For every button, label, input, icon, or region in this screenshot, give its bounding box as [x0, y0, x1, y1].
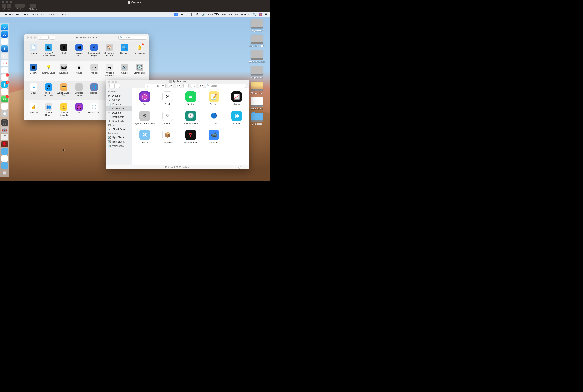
dock-automator[interactable]: 🤖 — [1, 126, 8, 133]
pref-icloud[interactable]: ☁iCloud — [26, 82, 41, 97]
desktop-screenshots[interactable]: Screenshots — [248, 97, 266, 110]
battery-status[interactable]: 67% — [208, 13, 219, 16]
pref-mission-control[interactable]: ▦Mission Control — [71, 43, 87, 58]
sidebar-dropbox[interactable]: ⬒Dropbox — [106, 94, 132, 98]
column-view-button[interactable]: ▥ — [155, 84, 160, 88]
dock-safari[interactable]: ✦ — [1, 45, 8, 52]
pref-energy-saver[interactable]: 💡Energy Saver — [41, 63, 56, 77]
sidebar-recents[interactable]: 🕑Recents — [106, 102, 132, 106]
dock-trash[interactable]: 🗑 — [1, 170, 8, 176]
app-system-preferences[interactable]: ⚙System Preferences — [134, 110, 155, 125]
pref-software-update[interactable]: ⚙Software Update — [71, 82, 87, 97]
finder-titlebar[interactable]: Applications ‹› ⊞ ☰ ▥ ▭ ⊟ ▾ ⚙ ▾ ⇧ ◯ ⬒ ▾ … — [106, 80, 249, 88]
menu-view[interactable]: View — [32, 13, 38, 16]
pref-trackpad[interactable]: ▭Trackpad — [87, 63, 102, 77]
desktop-mojave-test[interactable]: Mojave test — [248, 66, 266, 79]
share-button[interactable]: ⇧ — [183, 84, 189, 88]
pref-touch-id[interactable]: ☝Touch ID — [26, 102, 41, 117]
view-buttons[interactable]: ⊞ ☰ ▥ ▭ — [144, 84, 166, 88]
user-name[interactable]: Andrew — [241, 13, 250, 16]
finder-content[interactable]: ◯SiriSSlack≡Spotify📝Stickies📈Stocks⚙Syst… — [132, 88, 249, 165]
pref-printers-scanners[interactable]: 🖨Printers & Scanners — [102, 63, 117, 77]
sidebar-mojave-test[interactable]: 💽Mojave test — [106, 144, 132, 148]
pref-desktop-screensaver[interactable]: 🖼Desktop & Screen Saver — [41, 43, 56, 58]
finder-search[interactable]: 🔍Search — [205, 84, 246, 88]
dock-itunes[interactable]: ♪ — [1, 103, 8, 109]
sidebar-high-sierra-2[interactable]: 💽High Sierra... — [106, 140, 132, 144]
icon-view-button[interactable]: ⊞ — [144, 84, 150, 88]
siri-icon[interactable] — [259, 13, 262, 16]
app-stocks[interactable]: 📈Stocks — [226, 91, 247, 106]
desktop-high-sierra-hd[interactable]: High Sierra HD — [248, 34, 266, 48]
sidebar-applications[interactable]: AApplications — [106, 106, 132, 110]
icon-size-slider[interactable] — [234, 167, 247, 168]
menu-go[interactable]: Go — [41, 13, 45, 16]
menu-edit[interactable]: Edit — [24, 13, 28, 16]
app-spotify[interactable]: ≡Spotify — [180, 91, 201, 106]
notification-center-icon[interactable]: ☰ — [265, 13, 267, 16]
sidebar-airdrop[interactable]: ◎AirDrop — [106, 98, 132, 102]
vnc-clipboard-tool[interactable]: Clipboard — [29, 4, 37, 10]
dock-photos[interactable]: ✿ — [1, 88, 8, 95]
traffic-lights[interactable] — [26, 36, 36, 39]
app-menu[interactable]: Finder — [5, 13, 13, 16]
app-siri[interactable]: ◯Siri — [134, 91, 155, 106]
clock[interactable]: Sun 11:32 AM — [222, 13, 238, 16]
pref-displays[interactable]: 🖥Displays — [26, 63, 41, 77]
menu-file[interactable]: File — [16, 13, 20, 16]
desktop[interactable]: Finder File Edit View Go Window Help 8 ⬒… — [0, 12, 270, 182]
pref-spotlight[interactable]: 🔍Spotlight — [117, 43, 132, 58]
dock-folder2[interactable] — [1, 155, 8, 162]
app-voice-memos[interactable]: 🎙Voice Memos — [180, 130, 201, 144]
pref-date-time[interactable]: 🕑Date & Time — [87, 102, 102, 117]
tags-button[interactable]: ◯ — [191, 84, 196, 88]
list-view-button[interactable]: ☰ — [150, 84, 155, 88]
pref-sound[interactable]: 🔊Sound — [117, 63, 132, 77]
desktop-high-sierra-test[interactable]: High Sierra test — [248, 50, 266, 63]
back-button[interactable]: ‹ — [38, 36, 43, 40]
dock-finder[interactable]: ☺ — [1, 24, 8, 30]
dock-headphones[interactable]: 🎧 — [1, 119, 8, 126]
pref-mouse[interactable]: 🖱Mouse — [71, 63, 87, 77]
pref-notifications[interactable]: 🔔Notifications — [132, 43, 147, 58]
app-stickies[interactable]: 📝Stickies — [203, 91, 224, 106]
dock-game[interactable]: 🥊 — [1, 141, 8, 148]
menu-window[interactable]: Window — [48, 13, 58, 16]
dropbox-button[interactable]: ⬒ ▾ — [199, 84, 204, 88]
action-button[interactable]: ⚙ ▾ — [176, 84, 181, 88]
dock-screenshot[interactable]: ✂ — [1, 53, 8, 59]
pref-network[interactable]: 🌐Network — [87, 82, 102, 97]
sysprefs-titlebar[interactable]: ‹› ⠿ System Preferences 🔍Search — [24, 34, 149, 41]
app-textedit[interactable]: ✎TextEdit — [157, 110, 178, 125]
pref-siri[interactable]: ◯Siri — [71, 102, 87, 117]
dock-system-preferences[interactable]: ⚙ — [1, 110, 8, 117]
forward-button[interactable]: › — [114, 84, 120, 88]
app-virtualbox[interactable]: 📦VirtualBox — [157, 130, 178, 144]
dock-tweetbot[interactable]: ◉5 — [1, 82, 8, 88]
dock-reminders[interactable]: ☰ — [1, 67, 8, 74]
pref-keyboard[interactable]: ⌨Keyboard — [56, 63, 71, 77]
nav-buttons[interactable]: ‹› — [109, 84, 120, 88]
gallery-view-button[interactable]: ▭ — [160, 84, 166, 88]
forward-button[interactable]: › — [43, 36, 48, 40]
sidebar-icloud-drive[interactable]: ☁iCloud Drive — [106, 127, 132, 132]
desktop-mojave-hd[interactable]: Mojave HD — [248, 19, 266, 32]
nav-buttons[interactable]: ‹› — [38, 36, 48, 40]
vnc-control-tool[interactable]: Control — [2, 4, 11, 10]
dock-calendar[interactable]: 23 — [1, 60, 8, 66]
spotlight-icon[interactable]: 🔍 — [253, 13, 256, 16]
pref-dock[interactable]: ▮Dock — [56, 43, 71, 58]
pref-language-region[interactable]: 🏳Language & Region — [87, 43, 102, 58]
bluetooth-icon[interactable]: ᛒ — [191, 13, 193, 16]
sidebar-high-sierra-1[interactable]: 💽High Sierra... — [106, 135, 132, 140]
menu-help[interactable]: Help — [62, 13, 67, 16]
vnc-scaling-tool[interactable]: Scaling — [15, 4, 25, 10]
dock-chrome[interactable]: ◯ — [1, 38, 8, 45]
grid-button[interactable]: ⠿ — [50, 36, 55, 40]
app-zoom[interactable]: 📹zoom.us — [203, 130, 224, 144]
dock-folder3[interactable] — [1, 162, 8, 169]
app-utilities[interactable]: 🛠Utilities — [134, 130, 155, 144]
pref-parental-controls[interactable]: 🚶Parental Controls — [56, 102, 71, 117]
app-time-machine[interactable]: 🕐Time Machine — [180, 110, 201, 125]
arrange-button[interactable]: ⊟ ▾ — [168, 84, 173, 88]
